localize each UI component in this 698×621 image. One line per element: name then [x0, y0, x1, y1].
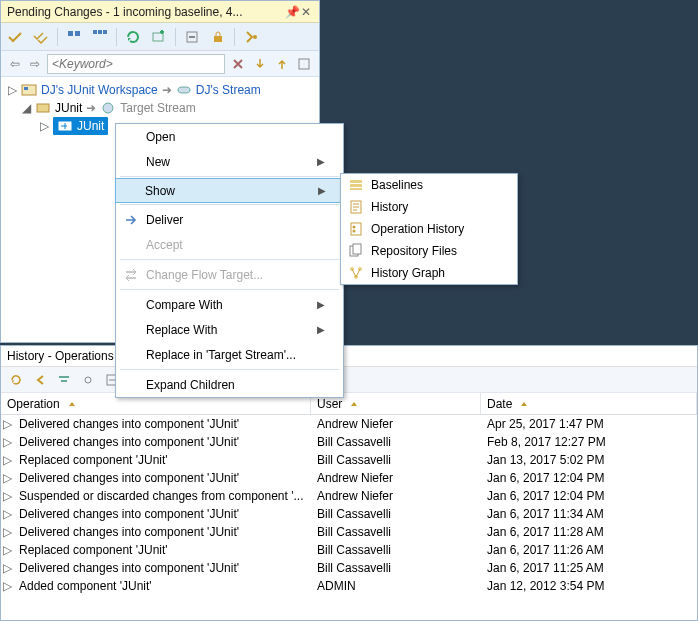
check-in-all-icon[interactable] [31, 27, 51, 47]
expand-icon[interactable]: ▷ [7, 83, 17, 97]
submenu-baselines[interactable]: Baselines [341, 174, 517, 196]
submenu-arrow-icon: ▶ [318, 185, 326, 196]
expand-icon[interactable]: ▷ [1, 417, 13, 431]
col-date[interactable]: Date [481, 393, 697, 414]
workspace-label[interactable]: DJ's JUnit Workspace [41, 83, 158, 97]
history-row[interactable]: ▷Delivered changes into component 'JUnit… [1, 505, 697, 523]
history-row[interactable]: ▷Added component 'JUnit'ADMINJan 12, 201… [1, 577, 697, 595]
row-date: Jan 6, 2017 12:04 PM [481, 471, 697, 485]
expand-icon[interactable]: ▷ [1, 507, 13, 521]
svg-rect-19 [351, 223, 361, 235]
target-stream-label: Target Stream [120, 101, 195, 115]
expand-icon[interactable]: ▷ [1, 453, 13, 467]
search-input[interactable] [47, 54, 225, 74]
component-icon [35, 100, 51, 116]
collapse-icon[interactable]: ◢ [21, 101, 31, 115]
row-operation: Replaced component 'JUnit' [13, 453, 311, 467]
history-row[interactable]: ▷Delivered changes into component 'JUnit… [1, 469, 697, 487]
history-row[interactable]: ▷Delivered changes into component 'JUnit… [1, 559, 697, 577]
row-user: Bill Cassavelli [311, 453, 481, 467]
workspace-icon[interactable] [64, 27, 84, 47]
refresh-icon[interactable] [7, 371, 25, 389]
expand-icon[interactable]: ▷ [1, 579, 13, 593]
search-fwd-icon[interactable]: ⇨ [27, 57, 43, 71]
check-in-icon[interactable] [5, 27, 25, 47]
sort-icon[interactable] [518, 398, 530, 410]
history-tab-title[interactable]: History - Operations [1, 346, 697, 367]
menu-replace-with[interactable]: Replace With▶ [116, 317, 343, 342]
search-options-icon[interactable] [295, 55, 313, 73]
refresh-icon[interactable] [123, 27, 143, 47]
submenu-operation-history[interactable]: Operation History [341, 218, 517, 240]
svg-point-13 [103, 103, 113, 113]
menu-icon[interactable] [241, 27, 261, 47]
history-row[interactable]: ▷Delivered changes into component 'JUnit… [1, 433, 697, 451]
menu-compare-with[interactable]: Compare With▶ [116, 292, 343, 317]
row-user: Andrew Niefer [311, 417, 481, 431]
pin-icon[interactable]: 📌 [285, 5, 299, 19]
row-user: Andrew Niefer [311, 489, 481, 503]
row-user: Bill Cassavelli [311, 435, 481, 449]
pending-changes-tab[interactable]: Pending Changes - 1 incoming baseline, 4… [1, 1, 319, 23]
history-row[interactable]: ▷Suspended or discarded changes from com… [1, 487, 697, 505]
expand-icon[interactable]: ▷ [1, 435, 13, 449]
history-row[interactable]: ▷Delivered changes into component 'JUnit… [1, 415, 697, 433]
row-date: Jan 6, 2017 11:34 AM [481, 507, 697, 521]
svg-rect-11 [24, 87, 28, 90]
link-icon[interactable] [79, 371, 97, 389]
row-user: Andrew Niefer [311, 471, 481, 485]
filter-icon[interactable] [55, 371, 73, 389]
context-menu: Open New▶ Show▶ Deliver Accept Change Fl… [115, 123, 344, 398]
svg-rect-15 [350, 180, 362, 183]
back-icon[interactable] [31, 371, 49, 389]
expand-icon[interactable]: ▷ [39, 119, 49, 133]
menu-replace-in[interactable]: Replace in 'Target Stream'... [116, 342, 343, 367]
row-operation: Delivered changes into component 'JUnit' [13, 507, 311, 521]
search-back-icon[interactable]: ⇦ [7, 57, 23, 71]
expand-icon[interactable]: ▷ [1, 525, 13, 539]
sort-icon[interactable] [66, 398, 78, 410]
component-label: JUnit [55, 101, 82, 115]
svg-rect-16 [350, 184, 362, 187]
search-prev-icon[interactable] [273, 55, 291, 73]
expand-icon[interactable]: ▷ [1, 543, 13, 557]
show-submenu: Baselines History Operation History Repo… [340, 173, 518, 285]
history-view: History - Operations i Operation User Da… [0, 345, 698, 621]
close-icon[interactable]: ✕ [299, 5, 313, 19]
workspace-all-icon[interactable] [90, 27, 110, 47]
expand-icon[interactable]: ▷ [1, 489, 13, 503]
tree-row-component-top[interactable]: ◢ JUnit ➜ Target Stream [3, 99, 317, 117]
submenu-history[interactable]: History [341, 196, 517, 218]
repo-files-icon [345, 243, 367, 259]
stream-icon [100, 100, 116, 116]
new-workitem-icon[interactable] [149, 27, 169, 47]
stream-label[interactable]: DJ's Stream [196, 83, 261, 97]
lock-icon[interactable] [208, 27, 228, 47]
pending-toolbar [1, 23, 319, 51]
search-next-icon[interactable] [251, 55, 269, 73]
submenu-repository-files[interactable]: Repository Files [341, 240, 517, 262]
row-operation: Delivered changes into component 'JUnit' [13, 471, 311, 485]
history-row[interactable]: ▷Replaced component 'JUnit'Bill Cassavel… [1, 541, 697, 559]
component-selected-icon [57, 118, 73, 134]
history-row[interactable]: ▷Delivered changes into component 'JUnit… [1, 523, 697, 541]
menu-open[interactable]: Open [116, 124, 343, 149]
submenu-history-graph[interactable]: History Graph [341, 262, 517, 284]
svg-point-20 [353, 226, 356, 229]
row-operation: Delivered changes into component 'JUnit' [13, 561, 311, 575]
sort-icon[interactable] [348, 398, 360, 410]
expand-icon[interactable]: ▷ [1, 561, 13, 575]
svg-rect-2 [93, 30, 97, 34]
submenu-arrow-icon: ▶ [317, 324, 325, 335]
clear-search-icon[interactable] [229, 55, 247, 73]
history-row[interactable]: ▷Replaced component 'JUnit'Bill Cassavel… [1, 451, 697, 469]
row-date: Feb 8, 2017 12:27 PM [481, 435, 697, 449]
menu-new[interactable]: New▶ [116, 149, 343, 174]
collapse-icon[interactable] [182, 27, 202, 47]
tree-row-workspace[interactable]: ▷ DJ's JUnit Workspace ➜ DJ's Stream [3, 81, 317, 99]
menu-deliver[interactable]: Deliver [116, 207, 343, 232]
menu-show[interactable]: Show▶ [115, 178, 344, 203]
row-operation: Delivered changes into component 'JUnit' [13, 525, 311, 539]
menu-expand-children[interactable]: Expand Children [116, 372, 343, 397]
expand-icon[interactable]: ▷ [1, 471, 13, 485]
